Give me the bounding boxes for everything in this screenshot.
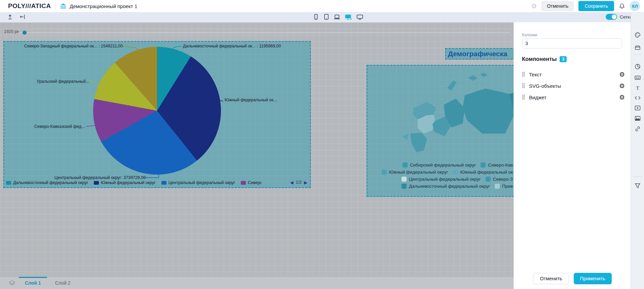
map-legend-item[interactable]: Северо-Кав [481,162,513,168]
header-save-button[interactable]: Сохранить [578,1,614,11]
svg-text:SVG: SVG [636,77,640,79]
columns-input[interactable] [522,38,622,48]
canvas-width-slider-knob[interactable] [23,31,27,35]
columns-label: Колонки [522,33,537,37]
pie-legend-item[interactable]: Южный федеральный округ [94,180,156,185]
video-icon[interactable] [634,105,641,111]
move-left-icon[interactable] [19,13,26,20]
editor-toolbar: Сетка [0,12,631,23]
legend-label: Южный федеральный округ [389,170,448,175]
header-cancel-button[interactable]: Отменить [541,1,574,11]
legend-next-icon[interactable]: ▶ [304,180,307,185]
legend-color-swatch [402,177,407,182]
legend-label: Центральный федеральный округ [168,180,235,185]
pie-callout-label: Северо-Западный федеральный ок... : 1549… [24,44,123,48]
top-header: POLY///ATICA Демонстрационный проект 1 ⚙… [0,0,644,12]
legend-color-swatch [481,162,486,168]
component-row[interactable]: Виджет⚙ [522,92,625,103]
map-legend-item[interactable]: Прив [495,184,513,189]
panel-apply-button[interactable]: Применить [574,273,612,284]
text-component[interactable]: Демографическа [445,48,514,60]
components-list: Текст⚙SVG-объекты⚙Виджет⚙ [522,69,625,103]
device-desktop-icon-active[interactable] [344,13,352,20]
layers-bar: Слой 1Слой 2 [0,277,514,289]
pie-callout-label: Южный федеральный ок... [225,98,277,102]
link-icon[interactable] [634,125,641,132]
map-legend-row: Сибирский федеральный округСеверо-Кав [403,162,513,168]
image-icon[interactable] [634,115,641,122]
user-avatar[interactable]: КЛ [630,1,640,11]
device-phone-icon[interactable] [312,13,319,20]
device-tablet-icon[interactable] [323,13,330,20]
components-count-badge: 3 [560,56,567,62]
svg-text:T: T [636,85,639,91]
map-widget[interactable]: Сибирский федеральный округСеверо-КавЮжн… [367,65,514,197]
notifications-bell-icon[interactable] [619,3,625,9]
drag-handle-icon[interactable] [522,72,525,77]
map-legend-item[interactable]: Южный федеральный округ [382,170,448,175]
canvas-width-label: 1920 px [4,29,19,34]
layers-icon[interactable] [9,280,15,286]
settings-gear-icon[interactable]: ⚙ [531,3,537,9]
pie-legend-item[interactable]: Дальневосточный федеральный округ [6,180,88,185]
polymatica-logo: POLY///ATICA [8,2,51,10]
project-title: Демонстрационный проект 1 [70,3,137,9]
legend-label: Прив [502,184,513,189]
pie-legend-item[interactable]: Центральный федеральный округ [161,180,235,185]
code-icon[interactable] [634,95,641,101]
pie-legend-item[interactable]: Северо-Кавказс [241,180,262,185]
map-legend-row: Центральный федеральный округСеверо-З [402,177,513,182]
pie-callout-label: Уральский федеральный... [37,79,89,84]
app-root: POLY///ATICA Демонстрационный проект 1 ⚙… [0,0,644,289]
legend-label: Дальневосточный федеральный округ [409,184,490,189]
device-widescreen-icon[interactable] [356,13,364,20]
pie-legend: Дальневосточный федеральный округЮжный ф… [6,180,262,185]
drag-handle-icon[interactable] [522,83,525,88]
map-legend-row: Дальневосточный федеральный округПрив [402,184,513,189]
pie-chart-tool-icon[interactable] [634,63,641,70]
legend-color-swatch [382,170,387,175]
map-legend-item[interactable]: Дальневосточный федеральный округ [402,184,490,189]
layer-tab-1[interactable]: Слой 1 [22,277,44,289]
legend-color-swatch [486,177,491,182]
pie-callout-label: Северо-Кавказский фед... [34,124,85,129]
sidebar-divider [633,55,642,55]
component-settings-icon[interactable]: ⚙ [619,83,625,89]
upload-icon[interactable] [7,13,13,20]
component-row[interactable]: SVG-объекты⚙ [522,80,625,92]
device-preview-switcher [312,13,364,20]
legend-label: Сибирский федеральный округ [410,162,476,168]
map-legend-item[interactable]: Северо-З [486,177,513,182]
device-laptop-icon[interactable] [333,13,341,20]
map-legend-item[interactable]: Центральный федеральный округ [402,177,481,182]
filter-icon[interactable] [634,182,641,189]
pie-chart[interactable] [93,47,221,175]
map-legend: Сибирский федеральный округСеверо-КавЮжн… [382,162,513,189]
layer-tab-2[interactable]: Слой 2 [52,277,73,289]
drag-handle-icon[interactable] [522,95,525,100]
component-settings-icon[interactable]: ⚙ [619,94,625,101]
component-label: Текст [529,72,615,77]
text-tool-icon[interactable]: T [634,85,641,92]
palette-icon[interactable] [634,32,641,38]
legend-color-swatch [403,162,408,168]
legend-prev-icon[interactable]: ◀ [290,180,294,185]
legend-color-swatch [402,184,407,189]
map-legend-item[interactable]: Южный федеральный ок [453,170,513,175]
layer-tabs: Слой 1Слой 2 [22,277,73,289]
sidebar-divider [633,177,642,177]
canvas-width-slider-track[interactable] [18,32,510,33]
widgets-box-icon[interactable] [634,44,641,51]
component-sidebar: SVG T [631,12,644,289]
legend-color-swatch [94,181,99,185]
header-divider [55,2,55,10]
design-canvas[interactable]: 1920 px Дальневосточный федеральный окру… [0,22,514,289]
component-row[interactable]: Текст⚙ [522,69,625,80]
panel-cancel-button[interactable]: Отменить [533,273,569,284]
pie-chart-widget[interactable]: Дальневосточный федеральный округЮжный ф… [3,41,311,188]
legend-label: Южный федеральный ок [460,170,513,175]
svg-object-icon[interactable]: SVG [634,74,641,81]
component-settings-icon[interactable]: ⚙ [619,71,625,78]
grid-toggle[interactable] [606,14,617,20]
map-legend-item[interactable]: Сибирский федеральный округ [403,162,476,168]
